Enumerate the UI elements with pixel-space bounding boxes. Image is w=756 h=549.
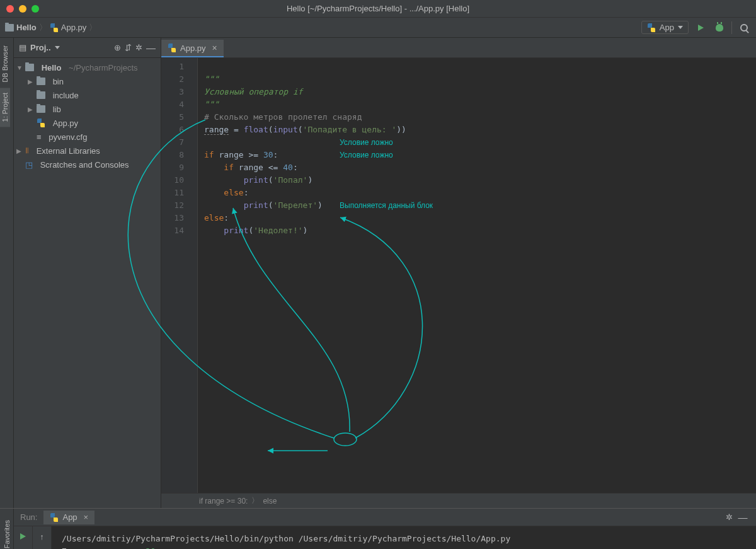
tree-folder-lib[interactable]: ▶ lib	[14, 102, 161, 116]
minimize-window-button[interactable]	[19, 5, 26, 13]
project-view-icon: ▤	[19, 43, 26, 52]
chevron-down-icon[interactable]	[55, 46, 60, 49]
annotation: Условие ложно	[340, 136, 393, 149]
run-tab-label: App	[62, 512, 77, 522]
code-content[interactable]: """ Условный оператор if """ # Сколько м…	[198, 58, 413, 493]
debug-button[interactable]	[713, 21, 726, 35]
run-toolbar-primary: ■ ⏸ ▤ 📌 ×	[14, 526, 33, 549]
close-window-button[interactable]	[6, 5, 14, 13]
project-tool-tab[interactable]: 1: Project	[0, 88, 10, 127]
fold-gutter[interactable]	[189, 58, 198, 493]
folder-icon	[25, 64, 34, 71]
python-icon	[647, 23, 656, 32]
annotation: Условие ложно	[340, 149, 393, 161]
folder-icon	[5, 24, 14, 32]
play-icon	[20, 533, 26, 540]
python-icon	[37, 118, 45, 127]
left-tool-stripe: DB Browser 1: Project	[0, 38, 14, 508]
breadcrumb-file[interactable]: App.py 〉	[50, 22, 97, 33]
console-output[interactable]: /Users/dmitriy/PycharmProjects/Hello/bin…	[52, 526, 756, 549]
hide-panel-button[interactable]: —	[736, 511, 750, 524]
python-icon	[50, 23, 59, 32]
tree-scratches[interactable]: ◳ Scratches and Consoles	[14, 158, 161, 171]
line-number-gutter: 1234567891011121314	[161, 58, 189, 493]
python-icon	[168, 43, 176, 52]
closeore-run-tab-icon[interactable]: ×	[84, 512, 89, 522]
search-icon	[740, 24, 748, 32]
stop-button[interactable]: ■	[16, 545, 31, 549]
target-icon[interactable]: ⊕	[114, 43, 121, 52]
play-icon	[698, 25, 704, 31]
hide-panel-button[interactable]: —	[146, 42, 156, 53]
editor-tabs: App.py ×	[161, 38, 756, 58]
title-bar: Hello [~/PycharmProjects/Hello] - .../Ap…	[0, 0, 756, 18]
console-user-input: 20	[146, 546, 156, 549]
file-tab-app[interactable]: App.py ×	[161, 40, 224, 57]
chevron-down-icon	[678, 26, 683, 29]
breadcrumb-project-label: Hello	[16, 23, 37, 32]
tree-folder-bin[interactable]: ▶ bin	[14, 74, 161, 88]
favorites-tool-tab[interactable]: 2: Favorites	[0, 515, 13, 549]
run-panel-label: Run:	[20, 512, 37, 522]
rerun-button[interactable]	[16, 529, 31, 544]
file-tab-label: App.py	[180, 43, 205, 53]
breadcrumb-file-label: App.py	[61, 23, 86, 32]
gear-icon[interactable]: ✲	[722, 511, 736, 524]
gear-icon[interactable]: ✲	[135, 43, 142, 52]
maximize-window-button[interactable]	[32, 5, 39, 13]
run-panel: 2: Favorites 7: Structure Run: App × ✲ —…	[0, 508, 756, 549]
breadcrumb-segment[interactable]: else	[263, 497, 277, 506]
breadcrumb-segment[interactable]: if range >= 30:	[199, 497, 248, 506]
project-panel-title: Proj..	[30, 43, 51, 52]
folder-icon	[37, 105, 45, 113]
tree-file-pyvenv[interactable]: ≡ pyvenv.cfg	[14, 130, 161, 144]
tree-folder-include[interactable]: include	[14, 88, 161, 102]
folder-icon	[37, 91, 45, 99]
navigation-bar: Hello 〉 App.py 〉 App	[0, 18, 756, 38]
run-toolbar-secondary: ↑ ↓ ⤶ ⇲ 🖶 🗑	[33, 526, 52, 549]
console-prompt: Попадите в цель:	[62, 546, 146, 549]
run-tab-app[interactable]: App ×	[43, 511, 94, 524]
tree-root[interactable]: ▼ Hello ~/PycharmProjects	[14, 61, 161, 74]
run-configuration-selector[interactable]: App	[641, 21, 689, 34]
project-panel-header: ▤ Proj.. ⊕ ⇵ ✲ —	[14, 38, 161, 58]
bug-icon	[716, 24, 723, 32]
annotation: Выполняется данный блок	[340, 199, 433, 212]
breadcrumb-project[interactable]: Hello 〉	[5, 22, 47, 33]
code-editor[interactable]: 1234567891011121314 """ Условный операто…	[161, 58, 756, 493]
code-breadcrumb[interactable]: if range >= 30: 〉 else	[161, 493, 756, 508]
folder-icon	[37, 78, 45, 85]
down-button[interactable]: ↓	[35, 545, 50, 549]
run-panel-header: Run: App × ✲ —	[14, 509, 756, 526]
close-tab-icon[interactable]: ×	[212, 43, 217, 53]
divider	[731, 21, 732, 34]
project-panel: ▤ Proj.. ⊕ ⇵ ✲ — ▼ Hello ~/PycharmProjec…	[14, 38, 161, 508]
run-button[interactable]	[694, 21, 707, 35]
db-browser-tab[interactable]: DB Browser	[0, 40, 10, 88]
left-tool-stripe-lower: 2: Favorites 7: Structure	[0, 509, 14, 549]
collapse-icon[interactable]: ⇵	[125, 43, 132, 52]
editor-area: App.py × 1234567891011121314 """ Условны…	[161, 38, 756, 508]
tree-external-libs[interactable]: ▶⫴ External Libraries	[14, 144, 161, 158]
project-tree[interactable]: ▼ Hello ~/PycharmProjects ▶ bin include …	[14, 58, 161, 174]
window-title: Hello [~/PycharmProjects/Hello] - .../Ap…	[287, 4, 469, 13]
search-everywhere-button[interactable]	[737, 21, 751, 35]
up-button[interactable]: ↑	[35, 529, 50, 544]
console-command: /Users/dmitriy/PycharmProjects/Hello/bin…	[62, 533, 746, 545]
python-icon	[50, 513, 59, 522]
run-config-label: App	[660, 23, 674, 32]
tree-file-app[interactable]: App.py	[14, 116, 161, 130]
